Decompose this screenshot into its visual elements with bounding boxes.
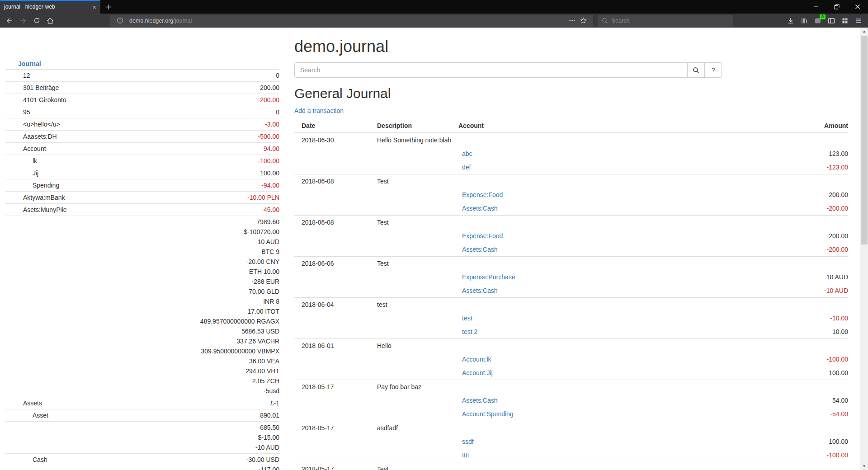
home-button[interactable] bbox=[43, 15, 57, 27]
posting-account-link[interactable]: Expense:Food bbox=[462, 232, 503, 240]
posting-row: test-10.00 bbox=[294, 311, 848, 325]
posting-amount-cell: -200.00 bbox=[731, 243, 848, 257]
posting-account-link[interactable]: Account:lk bbox=[462, 356, 491, 363]
journal-link[interactable]: Journal bbox=[18, 60, 41, 67]
sidebar-account-link[interactable]: Aktywa:mBank bbox=[23, 194, 65, 201]
sidebar-account-link[interactable]: 4101 Girokonto bbox=[23, 96, 66, 103]
minimize-button[interactable] bbox=[806, 0, 826, 14]
posting-row: Account:Spending-54.00 bbox=[294, 407, 848, 421]
sidebar-account-link[interactable]: 301 Beiträge bbox=[23, 84, 59, 91]
page-actions-button[interactable] bbox=[566, 17, 578, 24]
account-balance: 489.957000000000 RGAGX bbox=[142, 316, 279, 326]
posting-account-link[interactable]: Assets:Cash bbox=[462, 397, 498, 404]
transaction-row: 2018-06-30Hello Something note:blah bbox=[294, 133, 848, 147]
table-header-row: Date Description Account Amount bbox=[294, 119, 848, 133]
posting-account-link[interactable]: test 2 bbox=[462, 328, 477, 335]
posting-account-link[interactable]: Expense:Purchase bbox=[462, 273, 515, 281]
sidebar-account-link[interactable]: Spending bbox=[33, 182, 59, 189]
posting-amount: 123.00 bbox=[829, 150, 848, 157]
info-icon bbox=[117, 17, 123, 24]
posting-amount-cell: 10.00 bbox=[731, 325, 848, 339]
account-name-cell: <u>hello</u> bbox=[5, 118, 142, 131]
transaction-row: 2018-06-06Test bbox=[294, 257, 848, 271]
posting-account-link[interactable]: Assets:Cash bbox=[462, 246, 498, 253]
posting-row: Assets:Cash-200.00 bbox=[294, 202, 848, 216]
tab-close-icon[interactable]: × bbox=[92, 4, 96, 10]
posting-account-link[interactable]: ssdf bbox=[462, 438, 474, 445]
empty-description-cell bbox=[370, 188, 451, 202]
sidebar-account-link[interactable]: Account bbox=[23, 145, 46, 152]
posting-account-link[interactable]: Expense:Food bbox=[462, 191, 503, 198]
page-viewport: Journal 120301 Beiträge200.004101 Giroko… bbox=[0, 28, 860, 470]
sidebar-account-link[interactable]: Asets:MunyPile bbox=[23, 206, 66, 213]
browser-search-field[interactable]: Search bbox=[598, 15, 733, 27]
posting-account-link[interactable]: tttt bbox=[462, 451, 469, 459]
sidebar-account-link[interactable]: lk bbox=[33, 157, 37, 164]
sidebar-toggle-button[interactable] bbox=[825, 15, 838, 27]
scrollbar-thumb[interactable] bbox=[861, 36, 868, 244]
account-balance-cell: -10.00 PLN bbox=[142, 192, 279, 204]
back-button[interactable] bbox=[3, 15, 16, 27]
sidebar-account-link[interactable]: Assets bbox=[23, 400, 42, 407]
downloads-button[interactable] bbox=[784, 15, 797, 27]
new-tab-button[interactable] bbox=[100, 0, 117, 14]
grid-icon bbox=[841, 17, 849, 24]
sidebar-account-link[interactable]: 12 bbox=[23, 72, 30, 79]
sidebar: Journal 120301 Beiträge200.004101 Giroko… bbox=[5, 58, 279, 470]
reload-button[interactable] bbox=[30, 15, 43, 27]
search-button[interactable] bbox=[688, 62, 705, 78]
forward-button[interactable] bbox=[16, 15, 30, 27]
sidebar-account-link[interactable]: Asset bbox=[33, 412, 48, 419]
posting-account-link[interactable]: Account:Spending bbox=[462, 410, 514, 418]
restore-button[interactable] bbox=[826, 0, 847, 14]
account-balance-cell: -94.00 bbox=[142, 179, 279, 192]
apps-button[interactable] bbox=[838, 15, 852, 27]
sidebar-account-row: Aktywa:mBank-10.00 PLN bbox=[5, 192, 279, 204]
account-balance: -200.00 bbox=[142, 95, 279, 105]
sidebar-account-link[interactable]: Jij bbox=[33, 169, 38, 177]
sidebar-account-row: 301 Beiträge200.00 bbox=[5, 82, 279, 94]
posting-row: Expense:Purchase10 AUD bbox=[294, 270, 848, 284]
search-input[interactable] bbox=[294, 62, 688, 78]
page-scrollbar[interactable]: ▲ ▼ bbox=[860, 28, 868, 470]
posting-account-link[interactable]: abc bbox=[462, 150, 472, 157]
account-balance: -10 AUD bbox=[142, 442, 279, 452]
sidebar-account-link[interactable]: <u>hello</u> bbox=[23, 121, 60, 128]
url-bar[interactable]: demo.hledger.org/journal bbox=[110, 15, 593, 27]
posting-account-link[interactable]: Assets:Cash bbox=[462, 287, 498, 294]
posting-account-cell: Assets:Cash bbox=[451, 394, 731, 407]
search-help-button[interactable]: ? bbox=[705, 62, 722, 78]
posting-account-link[interactable]: Assets:Cash bbox=[462, 205, 498, 212]
library-button[interactable] bbox=[797, 15, 811, 27]
url-path: /journal bbox=[173, 18, 192, 24]
empty-description-cell bbox=[370, 366, 451, 380]
transaction-date: 2018-06-04 bbox=[294, 298, 370, 312]
extension-button[interactable]: 0 bbox=[811, 15, 825, 27]
browser-tab[interactable]: journal - hledger-web × bbox=[0, 0, 100, 14]
sidebar-account-link[interactable]: 95 bbox=[23, 108, 30, 116]
account-balance-cell: 0 bbox=[142, 106, 279, 118]
close-button[interactable] bbox=[847, 0, 868, 14]
account-name-cell: 4101 Girokonto bbox=[5, 94, 142, 106]
sidebar-account-link[interactable]: Aaasets:DH bbox=[23, 133, 57, 140]
empty-account-cell bbox=[451, 421, 731, 435]
posting-account-link[interactable]: Account:Jij bbox=[462, 369, 493, 376]
menu-button[interactable] bbox=[852, 15, 865, 27]
scroll-down-arrow[interactable]: ▼ bbox=[860, 462, 868, 470]
account-balance: INR 8 bbox=[142, 296, 279, 306]
search-form: ? bbox=[294, 62, 722, 78]
add-transaction-link[interactable]: Add a transaction bbox=[294, 107, 344, 114]
sidebar-account-link[interactable]: Cash bbox=[33, 456, 47, 463]
site-info-button[interactable] bbox=[114, 17, 126, 24]
posting-account-link[interactable]: def bbox=[462, 164, 471, 171]
posting-row: Assets:Cash-10 AUD bbox=[294, 284, 848, 298]
posting-amount-cell: 100.00 bbox=[731, 366, 848, 380]
hamburger-icon bbox=[855, 17, 862, 24]
scroll-up-arrow[interactable]: ▲ bbox=[860, 28, 868, 35]
search-icon bbox=[602, 18, 608, 24]
posting-amount-cell: -10 AUD bbox=[731, 284, 848, 298]
bookmark-button[interactable] bbox=[578, 17, 589, 24]
posting-account-link[interactable]: test bbox=[462, 315, 472, 322]
account-name-cell bbox=[5, 422, 142, 454]
account-balance: 890.01 bbox=[142, 410, 279, 420]
